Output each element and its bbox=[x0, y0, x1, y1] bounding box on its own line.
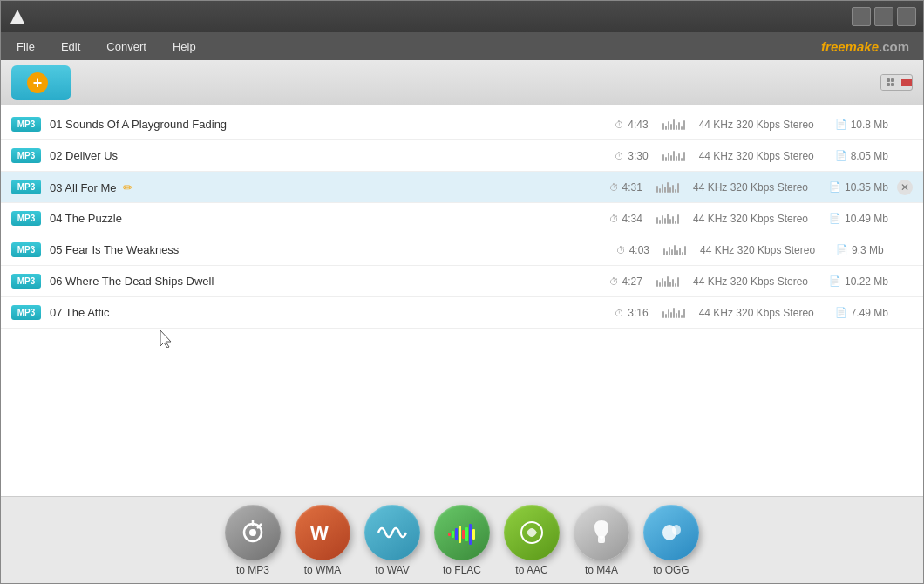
format-badge: MP3 bbox=[11, 211, 41, 226]
wave-bars bbox=[662, 308, 685, 318]
menu-file[interactable]: File bbox=[4, 37, 47, 57]
clock-icon: ⏱ bbox=[615, 151, 624, 161]
table-row[interactable]: MP3 02 Deliver Us ⏱ 3:30 44 KHz 320 Kbps… bbox=[1, 140, 923, 172]
format-icon-m4a bbox=[574, 505, 629, 560]
file-meta: ⏱ 4:27 44 KHz 320 Kbps Stereo 📄 10.22 Mb bbox=[609, 275, 888, 288]
format-btn-ogg[interactable]: to OGG bbox=[643, 505, 699, 576]
svg-rect-12 bbox=[465, 527, 468, 541]
grid-dot-4 bbox=[891, 83, 894, 86]
toggle-grid-icon bbox=[881, 75, 900, 90]
file-meta: ⏱ 4:03 44 KHz 320 Kbps Stereo 📄 9.3 Mb bbox=[616, 244, 888, 256]
table-row[interactable]: MP3 03 All For Me ✏ ⏱ 4:31 44 KHz 320 Kb… bbox=[1, 172, 923, 203]
svg-rect-9 bbox=[455, 528, 458, 540]
title-bar bbox=[1, 1, 923, 32]
table-row[interactable]: MP3 06 Where The Dead Ships Dwell ⏱ 4:27… bbox=[1, 266, 923, 297]
table-row[interactable]: MP3 01 Sounds Of A Playground Fading ⏱ 4… bbox=[1, 109, 923, 140]
file-duration: ⏱ 4:31 bbox=[609, 181, 642, 194]
file-duration: ⏱ 3:30 bbox=[615, 150, 648, 162]
add-icon: + bbox=[27, 72, 48, 93]
table-row[interactable]: MP3 04 The Puzzle ⏱ 4:34 44 KHz 320 Kbps… bbox=[1, 203, 923, 234]
wave-bars bbox=[662, 119, 685, 130]
grid-dot-3 bbox=[887, 83, 890, 86]
table-row[interactable]: MP3 05 Fear Is The Weakness ⏱ 4:03 44 KH… bbox=[1, 234, 923, 266]
format-btn-flac[interactable]: to FLAC bbox=[434, 505, 490, 576]
file-quality: 44 KHz 320 Kbps Stereo bbox=[699, 150, 821, 162]
file-name: 01 Sounds Of A Playground Fading bbox=[50, 118, 606, 131]
file-icon: 📄 bbox=[835, 119, 847, 130]
wave-bars bbox=[662, 151, 685, 161]
file-size: 📄 8.05 Mb bbox=[835, 150, 888, 162]
file-meta: ⏱ 3:30 44 KHz 320 Kbps Stereo 📄 8.05 Mb bbox=[615, 150, 888, 162]
svg-rect-13 bbox=[469, 524, 472, 545]
file-quality: 44 KHz 320 Kbps Stereo bbox=[699, 307, 821, 319]
format-btn-mp3[interactable]: to MP3 bbox=[225, 505, 281, 576]
format-label-wav: to WAV bbox=[375, 564, 409, 576]
file-meta: ⏱ 3:16 44 KHz 320 Kbps Stereo 📄 7.49 Mb bbox=[615, 307, 888, 319]
format-btn-aac[interactable]: to AAC bbox=[504, 505, 560, 576]
brand-logo: freemake.com bbox=[821, 39, 909, 54]
audio-wave bbox=[656, 276, 679, 287]
app-window: File Edit Convert Help freemake.com + bbox=[0, 0, 924, 584]
add-audio-button[interactable]: + bbox=[11, 65, 71, 100]
edit-icon[interactable]: ✏ bbox=[123, 180, 133, 194]
format-badge: MP3 bbox=[11, 274, 41, 289]
svg-rect-14 bbox=[472, 529, 475, 540]
menu-help[interactable]: Help bbox=[160, 37, 208, 57]
file-list[interactable]: MP3 01 Sounds Of A Playground Fading ⏱ 4… bbox=[1, 105, 923, 496]
file-name: 03 All For Me ✏ bbox=[50, 180, 601, 194]
file-icon: 📄 bbox=[829, 275, 841, 287]
svg-rect-16 bbox=[598, 536, 605, 543]
format-icon-wma: W bbox=[295, 505, 350, 560]
menu-convert[interactable]: Convert bbox=[94, 37, 159, 57]
file-duration: ⏱ 3:16 bbox=[615, 307, 648, 319]
format-label-flac: to FLAC bbox=[443, 564, 481, 576]
format-badge: MP3 bbox=[11, 148, 41, 163]
toolbar: + bbox=[1, 60, 923, 105]
minimize-button[interactable] bbox=[852, 7, 871, 26]
file-duration: ⏱ 4:34 bbox=[609, 213, 642, 225]
format-btn-m4a[interactable]: to M4A bbox=[574, 505, 629, 576]
wave-bars bbox=[656, 182, 679, 193]
format-btn-wav[interactable]: to WAV bbox=[364, 505, 420, 576]
file-size: 📄 7.49 Mb bbox=[835, 307, 888, 319]
file-meta: ⏱ 4:34 44 KHz 320 Kbps Stereo 📄 10.49 Mb bbox=[609, 213, 888, 225]
file-icon: 📄 bbox=[836, 244, 848, 255]
format-icon-ogg bbox=[643, 505, 699, 560]
audio-wave bbox=[662, 151, 685, 161]
format-btn-wma[interactable]: W to WMA bbox=[295, 505, 350, 576]
file-name: 02 Deliver Us bbox=[50, 149, 606, 162]
format-icon-mp3 bbox=[225, 505, 281, 560]
svg-point-18 bbox=[672, 525, 681, 535]
grid-dot-1 bbox=[887, 78, 890, 82]
file-icon: 📄 bbox=[835, 307, 847, 318]
maximize-button[interactable] bbox=[874, 7, 893, 26]
join-files-control bbox=[873, 74, 913, 91]
clock-icon: ⏱ bbox=[616, 245, 626, 255]
wave-bars bbox=[656, 276, 679, 287]
table-row[interactable]: MP3 07 The Attic ⏱ 3:16 44 KHz 320 Kbps … bbox=[1, 297, 923, 329]
audio-wave bbox=[662, 308, 685, 318]
format-badge: MP3 bbox=[11, 180, 41, 194]
app-logo bbox=[8, 7, 27, 26]
file-duration: ⏱ 4:43 bbox=[615, 119, 648, 131]
audio-wave bbox=[656, 214, 679, 224]
file-name: 06 Where The Dead Ships Dwell bbox=[50, 275, 601, 288]
remove-button[interactable]: ✕ bbox=[897, 180, 913, 195]
svg-rect-11 bbox=[462, 530, 465, 539]
close-button[interactable] bbox=[897, 7, 916, 26]
file-meta: ⏱ 4:43 44 KHz 320 Kbps Stereo 📄 10.8 Mb bbox=[615, 119, 888, 131]
menu-bar: File Edit Convert Help freemake.com bbox=[1, 32, 923, 60]
clock-icon: ⏱ bbox=[615, 119, 624, 130]
menu-edit[interactable]: Edit bbox=[49, 37, 92, 57]
clock-icon: ⏱ bbox=[609, 182, 619, 193]
file-meta: ⏱ 4:31 44 KHz 320 Kbps Stereo 📄 10.35 Mb bbox=[609, 181, 888, 194]
format-label-ogg: to OGG bbox=[653, 564, 689, 576]
file-icon: 📄 bbox=[835, 150, 847, 161]
toggle-state-label bbox=[901, 79, 912, 86]
clock-icon: ⏱ bbox=[609, 276, 619, 287]
svg-rect-7 bbox=[448, 533, 451, 536]
svg-marker-0 bbox=[10, 10, 24, 24]
join-toggle[interactable] bbox=[880, 74, 913, 91]
svg-rect-8 bbox=[452, 531, 454, 538]
file-name: 07 The Attic bbox=[50, 306, 606, 319]
